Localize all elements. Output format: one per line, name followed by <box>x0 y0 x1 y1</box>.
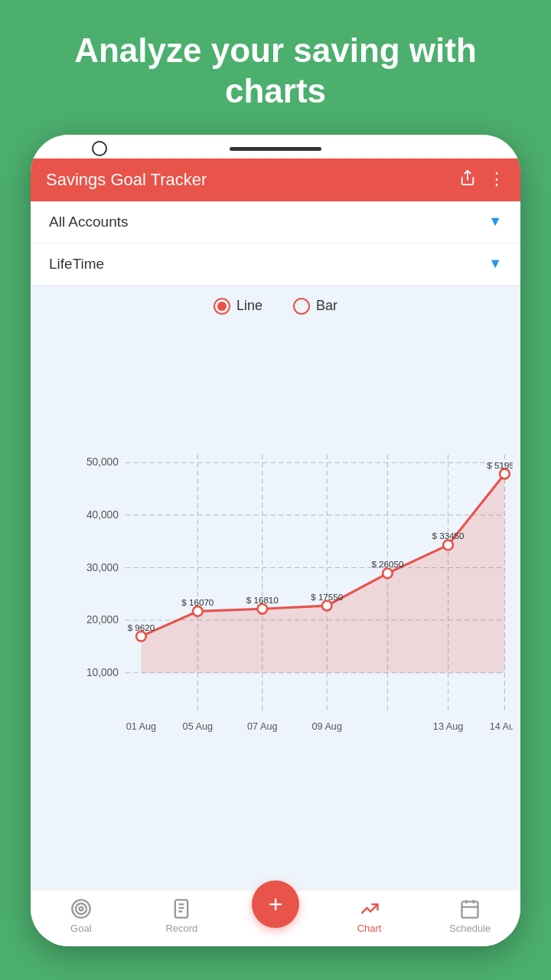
accounts-arrow-icon: ▼ <box>488 214 502 230</box>
line-label: Line <box>236 298 262 314</box>
line-chart: 50,000 40,000 30,000 20,000 10,000 <box>77 335 513 890</box>
svg-text:30,000: 30,000 <box>86 561 119 573</box>
chart-toggle: Line Bar <box>31 298 520 315</box>
svg-point-25 <box>500 469 510 479</box>
goal-icon <box>70 898 92 920</box>
svg-point-41 <box>79 906 83 910</box>
record-nav-label: Record <box>165 923 197 934</box>
top-banner: Analyze your saving with charts <box>0 0 551 135</box>
period-arrow-icon: ▼ <box>488 256 502 272</box>
header-icons: ⋮ <box>459 169 505 191</box>
nav-item-chart[interactable]: Chart <box>339 898 400 934</box>
accounts-label: All Accounts <box>49 214 129 230</box>
fab-button[interactable]: + <box>252 880 299 928</box>
svg-text:$ 33450: $ 33450 <box>432 531 465 541</box>
svg-text:$ 16070: $ 16070 <box>181 597 214 607</box>
svg-point-40 <box>76 903 86 914</box>
chart-area: 50,000 40,000 30,000 20,000 10,000 <box>31 327 520 890</box>
svg-text:$ 51950: $ 51950 <box>487 459 513 469</box>
schedule-icon <box>459 898 481 920</box>
svg-text:07 Aug: 07 Aug <box>247 720 277 731</box>
more-icon[interactable]: ⋮ <box>488 169 505 191</box>
period-label: LifeTime <box>49 256 104 273</box>
banner-headline: Analyze your saving with charts <box>23 31 528 112</box>
phone-top-bar <box>31 135 520 158</box>
svg-point-20 <box>193 606 203 616</box>
svg-text:20,000: 20,000 <box>86 614 119 626</box>
svg-text:05 Aug: 05 Aug <box>183 720 213 731</box>
svg-text:40,000: 40,000 <box>86 509 119 521</box>
fab-plus-icon: + <box>269 890 283 919</box>
svg-point-21 <box>257 604 267 614</box>
svg-point-22 <box>322 600 332 610</box>
nav-item-goal[interactable]: Goal <box>51 898 112 934</box>
svg-rect-46 <box>462 901 478 917</box>
phone-camera <box>92 141 107 156</box>
chart-nav-label: Chart <box>357 923 382 934</box>
goal-nav-label: Goal <box>70 923 91 934</box>
svg-point-23 <box>383 568 393 578</box>
chart-icon <box>359 898 380 920</box>
app-title: Savings Goal Tracker <box>46 170 207 190</box>
svg-text:01 Aug: 01 Aug <box>126 720 156 731</box>
share-icon[interactable] <box>459 169 476 191</box>
svg-text:$ 26050: $ 26050 <box>371 559 403 569</box>
svg-text:$ 16810: $ 16810 <box>246 594 279 604</box>
accounts-dropdown[interactable]: All Accounts ▼ <box>31 201 520 243</box>
bottom-nav: Goal Record + Chart <box>31 890 520 946</box>
svg-text:09 Aug: 09 Aug <box>312 720 342 731</box>
svg-text:$ 17550: $ 17550 <box>311 591 343 601</box>
bar-label: Bar <box>316 298 337 314</box>
line-radio[interactable]: Line <box>214 298 262 315</box>
chart-container: Line Bar <box>31 286 520 890</box>
bar-radio[interactable]: Bar <box>293 298 337 315</box>
bar-radio-circle <box>293 298 310 315</box>
svg-text:14 Aug: 14 Aug <box>490 720 513 731</box>
app-header: Savings Goal Tracker ⋮ <box>31 158 520 201</box>
nav-item-record[interactable]: Record <box>151 898 212 934</box>
svg-text:50,000: 50,000 <box>86 456 119 468</box>
phone-notch-bar <box>230 147 321 151</box>
period-dropdown[interactable]: LifeTime ▼ <box>31 243 520 286</box>
record-icon <box>171 898 192 920</box>
svg-point-24 <box>443 540 453 550</box>
svg-text:$ 9620: $ 9620 <box>128 622 155 632</box>
phone-frame: Savings Goal Tracker ⋮ All Accounts ▼ Li… <box>31 135 520 946</box>
svg-point-19 <box>136 631 146 641</box>
schedule-nav-label: Schedule <box>449 923 491 934</box>
svg-text:13 Aug: 13 Aug <box>433 720 463 731</box>
nav-item-schedule[interactable]: Schedule <box>439 898 500 934</box>
svg-text:10,000: 10,000 <box>86 666 119 678</box>
line-radio-circle <box>214 298 230 315</box>
